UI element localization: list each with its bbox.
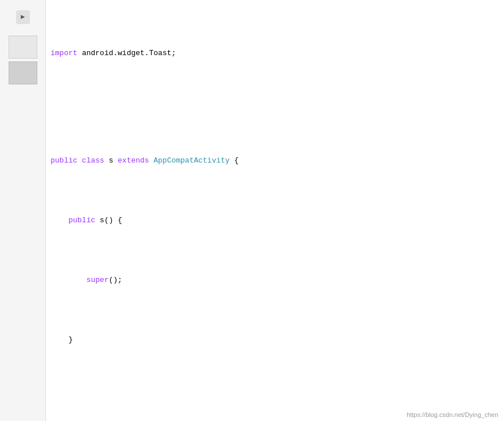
code-editor[interactable]: import android.widget.Toast; public clas… <box>46 0 504 421</box>
sidebar-widget-2 <box>9 61 37 84</box>
code-line-5: super(); <box>46 275 504 287</box>
sidebar: ► <box>0 0 46 421</box>
code-content: import android.widget.Toast; public clas… <box>46 0 504 421</box>
main-container: ► import android.widget.Toast; public cl… <box>0 0 504 421</box>
code-line-3: public class s extends AppCompatActivity… <box>46 155 504 167</box>
code-line-1: import android.widget.Toast; <box>46 48 504 60</box>
code-line-6: } <box>46 334 504 346</box>
code-line-blank-2 <box>46 383 504 395</box>
sidebar-widget-1 <box>9 36 37 59</box>
code-line-blank-1 <box>46 95 504 107</box>
code-line-4: public s() { <box>46 215 504 227</box>
watermark: https://blog.csdn.net/Dying_chen <box>406 411 498 418</box>
collapse-button[interactable]: ► <box>16 10 30 24</box>
